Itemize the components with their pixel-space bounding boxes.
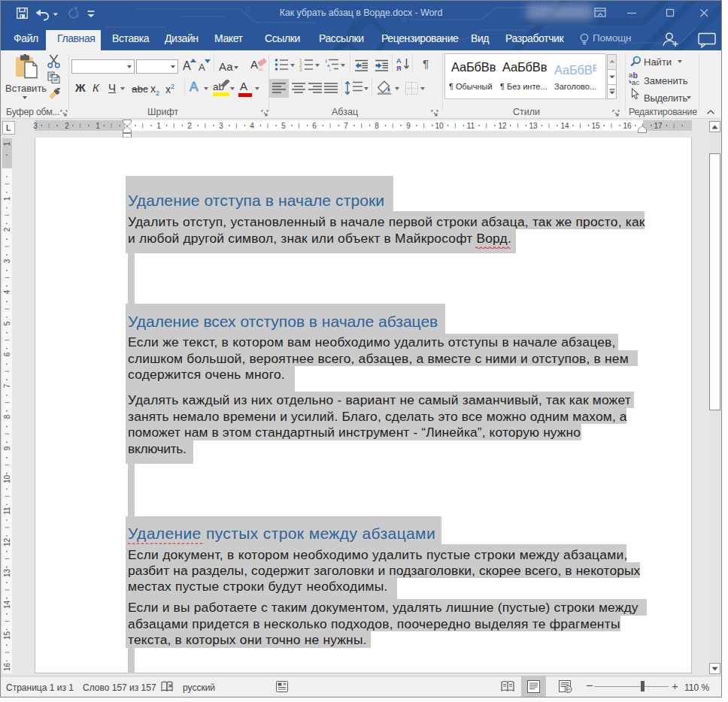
- svg-text:c: c: [636, 78, 640, 86]
- svg-text:А: А: [396, 57, 402, 65]
- svg-text:А: А: [250, 58, 258, 71]
- svg-text:Я: Я: [396, 65, 401, 72]
- svg-text:i: i: [329, 68, 330, 72]
- svg-text:3: 3: [299, 67, 302, 72]
- svg-text:ab: ab: [213, 81, 224, 92]
